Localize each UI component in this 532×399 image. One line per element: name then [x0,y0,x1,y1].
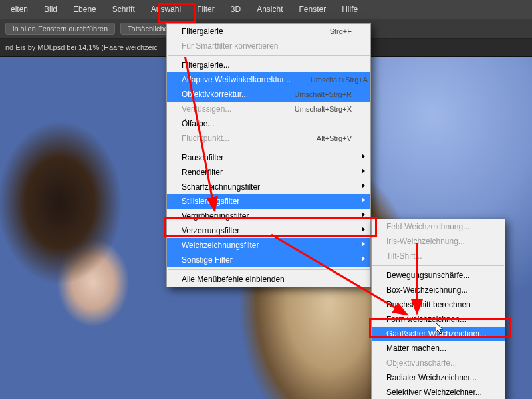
menu-item-label: Form weichzeichnen... [386,315,466,324]
menu-item-label: Filtergalerie [182,27,223,36]
filter-menu-item[interactable]: Adaptive Weitwinkelkorrektur...Umschalt+… [167,72,370,87]
menu-shortcut: Alt+Strg+V [317,134,352,142]
filter-menu-item[interactable]: Verzerrungsfilter [167,223,370,238]
menu-item[interactable]: eiten [3,0,36,19]
filter-menu-item[interactable]: Ölfarbe... [167,116,370,131]
menu-shortcut: Umschalt+Strg+X [295,105,352,113]
filter-menu-item[interactable]: FiltergalerieStrg+F [167,24,370,39]
chevron-right-icon [362,168,365,174]
menu-item-label: Weichzeichnungsfilter [182,241,259,250]
cursor-icon [436,323,445,336]
toolbar-button[interactable]: in allen Fenstern durchführen [5,23,115,35]
filter-menu-item[interactable]: Stilisierungsfilter [167,194,370,209]
menu-item[interactable]: Ansicht [249,0,291,19]
menu-item[interactable]: Hilfe [334,0,366,19]
canvas-area: FiltergalerieStrg+FFür Smartfilter konve… [0,57,532,399]
filter-menu-item: Verflüssigen...Umschalt+Strg+X [167,102,370,116]
menu-shortcut: Umschalt+Strg+R [294,90,352,98]
blur-submenu-item[interactable]: Radialer Weichzeichner... [372,370,505,385]
menu-item-label: Objektivunschärfe... [386,358,457,368]
menu-shortcut: Strg+F [330,27,352,35]
menu-item-label: Box-Weichzeichnung... [386,285,468,295]
menu-item-label: Bewegungsunschärfe... [386,271,469,280]
filter-menu-item[interactable]: Filtergalerie... [167,58,370,72]
menu-item[interactable]: Bild [36,0,65,19]
menubar: eiten Bild Ebene Schrift Auswahl Filter … [0,0,532,19]
menu-item[interactable]: Ebene [65,0,104,19]
menu-item-label: Iris-Weichzeichnung... [386,237,465,246]
filter-menu-item[interactable]: Weichzeichnungsfilter [167,238,370,253]
menu-item-label: Rauschfilter [182,153,223,162]
menu-item[interactable]: Auswahl [143,0,189,19]
filter-menu-item[interactable]: Objektivkorrektur...Umschalt+Strg+R [167,87,370,102]
blur-submenu-item: Tilt-Shift... [372,249,505,263]
chevron-right-icon [362,227,365,232]
chevron-right-icon [362,198,365,203]
menu-separator [372,265,504,266]
filter-menu-item[interactable]: Vergröberungsfilter [167,209,370,223]
menu-item-label: Vergröberungsfilter [182,211,249,221]
menu-item-label: Für Smartfilter konvertieren [182,41,278,51]
menu-item[interactable]: Fenster [291,0,334,19]
blur-submenu: Feld-Weichzeichnung...Iris-Weichzeichnun… [371,219,505,399]
document-title: nd Eis by MDI.psd bei 14,1% (Haare weich… [5,43,158,51]
menu-item-label: Tilt-Shift... [386,251,422,261]
blur-submenu-item[interactable]: Durchschnitt berechnen [372,297,505,312]
filter-menu-item[interactable]: Sonstige Filter [167,253,370,267]
blur-submenu-item: Iris-Weichzeichnung... [372,234,505,249]
chevron-right-icon [362,212,365,217]
filter-menu-item[interactable]: Alle Menübefehle einblenden [167,272,370,287]
menu-item-label: Fluchtpunkt... [182,134,229,143]
menu-item-label: Radialer Weichzeichner... [386,373,477,382]
menu-item-label: Sonstige Filter [182,255,233,265]
menu-item-label: Stilisierungsfilter [182,197,239,206]
menu-shortcut: Umschalt+Strg+A [311,76,368,84]
filter-menu-item[interactable]: Scharfzeichnungsfilter [167,180,370,194]
chevron-right-icon [362,154,365,159]
blur-submenu-item[interactable]: Matter machen... [372,341,505,356]
filter-menu: FiltergalerieStrg+FFür Smartfilter konve… [166,23,371,287]
blur-submenu-item: Feld-Weichzeichnung... [372,219,505,234]
menu-item-label: Matter machen... [386,344,446,353]
filter-menu-item: Für Smartfilter konvertieren [167,39,370,53]
menu-item-label: Filtergalerie... [182,61,230,70]
menu-item-label: Scharfzeichnungsfilter [182,182,260,192]
filter-menu-item[interactable]: Renderfilter [167,165,370,180]
menu-item-label: Verzerrungsfilter [182,226,239,235]
blur-submenu-item[interactable]: Bewegungsunschärfe... [372,268,505,283]
menu-item[interactable]: 3D [223,0,249,19]
blur-submenu-item: Objektivunschärfe... [372,356,505,370]
blur-submenu-item[interactable]: Box-Weichzeichnung... [372,283,505,297]
chevron-right-icon [362,256,365,261]
menu-item[interactable]: Schrift [104,0,143,19]
menu-item-label: Ölfarbe... [182,119,214,128]
menu-item-label: Durchschnitt berechnen [386,300,471,309]
chevron-right-icon [362,241,365,247]
menu-item-label: Renderfilter [182,168,223,177]
filter-menu-item: Fluchtpunkt...Alt+Strg+V [167,131,370,146]
menu-filter[interactable]: Filter [189,0,223,19]
menu-item-label: Feld-Weichzeichnung... [386,222,469,231]
menu-separator [168,269,370,270]
menu-item-label: Adaptive Weitwinkelkorrektur... [182,75,291,84]
filter-menu-item[interactable]: Rauschfilter [167,150,370,165]
menu-item-label: Objektivkorrektur... [182,90,248,99]
menu-item-label: Verflüssigen... [182,104,231,114]
menu-separator [168,148,370,148]
blur-submenu-item[interactable]: Selektiver Weichzeichner... [372,385,505,399]
menu-separator [168,55,370,56]
menu-item-label: Selektiver Weichzeichner... [386,388,482,397]
menu-item-label: Alle Menübefehle einblenden [182,275,285,284]
chevron-right-icon [362,183,365,188]
